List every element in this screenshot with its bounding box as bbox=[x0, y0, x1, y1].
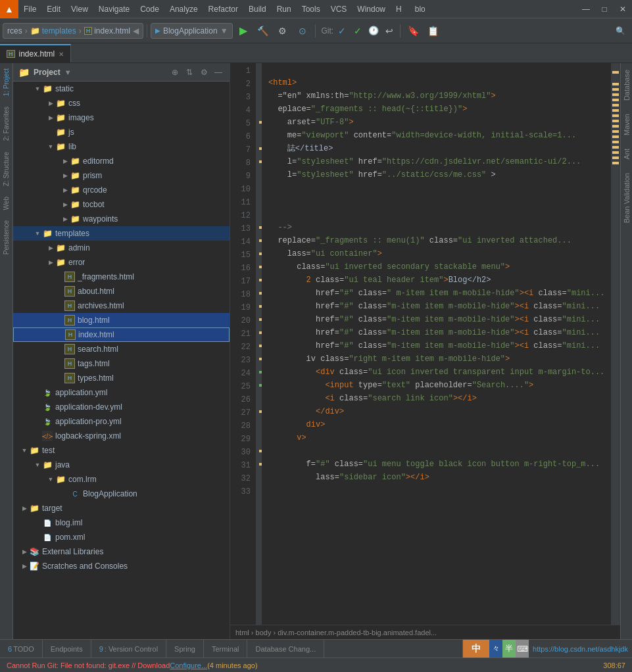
bottom-tab-endpoints[interactable]: Endpoints bbox=[43, 640, 91, 658]
tree-node-blogiml[interactable]: 📄 blog.iml bbox=[13, 516, 230, 530]
java-file-icon: C bbox=[70, 489, 80, 499]
build-button[interactable]: 🔨 bbox=[254, 22, 272, 40]
todo-btn[interactable]: 📋 bbox=[424, 22, 442, 40]
path-folder: 📁 templates bbox=[30, 26, 76, 36]
tree-node-application-yml[interactable]: 🍃 application.yml bbox=[13, 385, 230, 400]
tree-node-editormd[interactable]: ▶ 📁 editormd bbox=[13, 154, 230, 168]
menu-h[interactable]: H bbox=[391, 0, 407, 18]
editor-right-gutter[interactable] bbox=[611, 63, 620, 625]
menu-run[interactable]: Run bbox=[272, 0, 297, 18]
tree-node-test[interactable]: ▼ 📁 test bbox=[13, 443, 230, 458]
tree-node-prism[interactable]: ▶ 📁 prism bbox=[13, 168, 230, 183]
tab-index-html[interactable]: H index.html ✕ bbox=[0, 44, 71, 62]
tree-node-error[interactable]: ▶ 📁 error bbox=[13, 255, 230, 270]
bottom-tab-todo[interactable]: 6 TODO bbox=[0, 640, 43, 658]
tree-node-css[interactable]: ▶ 📁 css bbox=[13, 96, 230, 110]
win-close[interactable]: ✕ bbox=[614, 0, 632, 18]
bottom-tab-database-changes[interactable]: Database Chang... bbox=[247, 640, 324, 658]
tree-node-scratches[interactable]: ▶ 📝 Scratches and Consoles bbox=[13, 559, 230, 573]
tree-node-logback[interactable]: ≺/≻ logback-spring.xml bbox=[13, 429, 230, 443]
menu-tools[interactable]: Tools bbox=[297, 0, 326, 18]
blog-link[interactable]: https://blog.csdn.net/asdhkjdk bbox=[529, 645, 632, 653]
tree-node-index[interactable]: H index.html bbox=[13, 327, 230, 342]
tree-node-pomxml[interactable]: 📄 pom.xml bbox=[13, 530, 230, 544]
tree-node-static[interactable]: ▼ 📁 static bbox=[13, 82, 230, 96]
tree-node-lib[interactable]: ▼ 📁 lib bbox=[13, 139, 230, 154]
notification-configure-link[interactable]: Configure... bbox=[170, 661, 207, 669]
tree-node-tags[interactable]: H tags.html bbox=[13, 356, 230, 371]
tree-node-templates[interactable]: ▼ 📁 templates bbox=[13, 226, 230, 241]
gutter-mark bbox=[612, 71, 619, 74]
bookmark-btn[interactable]: 🔖 bbox=[404, 22, 422, 40]
menu-build[interactable]: Build bbox=[243, 0, 272, 18]
tree-node-tocbot[interactable]: ▶ 📁 tocbot bbox=[13, 197, 230, 212]
menu-refactor[interactable]: Refactor bbox=[203, 0, 243, 18]
tree-node-waypoints[interactable]: ▶ 📁 waypoints bbox=[13, 212, 230, 226]
coverage-button[interactable]: ⚙ bbox=[274, 22, 292, 40]
run-config-dropdown[interactable]: ▶ BlogApplication ▼ bbox=[151, 23, 233, 39]
tree-node-java[interactable]: ▼ 📁 java bbox=[13, 458, 230, 472]
git-revert-btn[interactable]: ↩ bbox=[382, 24, 397, 38]
menu-vcs[interactable]: VCS bbox=[326, 0, 352, 18]
menu-view[interactable]: View bbox=[66, 0, 93, 18]
bottom-tab-vcs[interactable]: 9 : Version Control bbox=[91, 640, 166, 658]
tree-node-fragments[interactable]: H _fragments.html bbox=[13, 270, 230, 284]
git-commit-btn[interactable]: ✓ bbox=[351, 24, 365, 38]
tree-node-application-pro-yml[interactable]: 🍃 application-pro.yml bbox=[13, 414, 230, 429]
right-tab-database[interactable]: Database bbox=[621, 63, 632, 107]
right-tab-maven[interactable]: Maven bbox=[621, 107, 632, 142]
tree-node-js[interactable]: 📁 js bbox=[13, 125, 230, 139]
sidebar-item-web[interactable]: Web bbox=[1, 191, 11, 215]
chinese-char-2: 々 bbox=[489, 640, 502, 658]
tree-node-search[interactable]: H search.html bbox=[13, 342, 230, 356]
right-tab-ant[interactable]: Ant bbox=[621, 142, 632, 166]
tree-node-comlrm[interactable]: ▼ 📁 com.lrm bbox=[13, 472, 230, 487]
tree-node-blog[interactable]: H blog.html bbox=[13, 313, 230, 327]
bottom-tab-terminal[interactable]: Terminal bbox=[204, 640, 248, 658]
right-tab-bean-validation[interactable]: Bean Validation bbox=[621, 166, 632, 229]
git-update-btn[interactable]: ✓ bbox=[335, 24, 349, 38]
project-collapse-icon[interactable]: — bbox=[212, 66, 224, 78]
win-maximize[interactable]: □ bbox=[595, 0, 614, 18]
project-dropdown-icon: ▼ bbox=[64, 68, 72, 76]
git-history-btn[interactable]: 🕐 bbox=[366, 24, 381, 38]
tree-node-images[interactable]: ▶ 📁 images bbox=[13, 110, 230, 125]
tree-node-admin[interactable]: ▶ 📁 admin bbox=[13, 241, 230, 255]
project-sort-icon[interactable]: ⇅ bbox=[183, 66, 195, 78]
gutter-mark bbox=[612, 151, 619, 154]
tab-close-btn[interactable]: ✕ bbox=[59, 51, 64, 58]
gutter-mark bbox=[612, 99, 619, 101]
menu-edit[interactable]: Edit bbox=[41, 0, 66, 18]
search-toolbar-btn[interactable]: 🔍 bbox=[611, 22, 629, 40]
project-add-icon[interactable]: ⊕ bbox=[169, 66, 181, 78]
win-minimize[interactable]: — bbox=[577, 0, 595, 18]
menu-navigate[interactable]: Navigate bbox=[93, 0, 135, 18]
tree-node-archives[interactable]: H archives.html bbox=[13, 299, 230, 313]
expand-arrow: ▼ bbox=[33, 462, 42, 468]
tree-node-target[interactable]: ▶ 📁 target bbox=[13, 501, 230, 516]
menu-analyze[interactable]: Analyze bbox=[164, 0, 203, 18]
bottom-tab-spring[interactable]: Spring bbox=[166, 640, 204, 658]
tree-node-application-dev-yml[interactable]: 🍃 application-dev.yml bbox=[13, 400, 230, 414]
project-settings-icon[interactable]: ⚙ bbox=[198, 66, 210, 78]
tree-node-about[interactable]: H about.html bbox=[13, 284, 230, 299]
menu-window[interactable]: Window bbox=[352, 0, 391, 18]
tree-node-external-libs[interactable]: ▶ 📚 External Libraries bbox=[13, 544, 230, 559]
tree-node-blogapp[interactable]: C BlogApplication bbox=[13, 487, 230, 501]
menu-code[interactable]: Code bbox=[135, 0, 164, 18]
tree-node-qrcode[interactable]: ▶ 📁 qrcode bbox=[13, 183, 230, 197]
sidebar-item-persistence[interactable]: Persistence bbox=[1, 215, 11, 260]
expand-arrow: ▶ bbox=[61, 158, 70, 164]
toolbar-sep-1 bbox=[147, 24, 147, 37]
sidebar-item-project[interactable]: 1: Project bbox=[1, 63, 11, 101]
sidebar-item-structure[interactable]: Z: Structure bbox=[1, 147, 11, 191]
profile-button[interactable]: ⊙ bbox=[293, 22, 312, 40]
breadcrumb-path[interactable]: rces › 📁 templates › H index.html ◀ bbox=[3, 23, 143, 39]
gutter-mark bbox=[612, 83, 619, 85]
code-editor[interactable]: <html> ="en" xmlns:th="http://www.w3.org… bbox=[262, 63, 611, 625]
run-button[interactable]: ▶ bbox=[234, 22, 253, 40]
sidebar-item-favorites[interactable]: 2: Favorites bbox=[1, 101, 11, 146]
tree-node-types[interactable]: H types.html bbox=[13, 371, 230, 385]
menu-file[interactable]: File bbox=[18, 0, 41, 18]
notification-time: (4 minutes ago) bbox=[207, 661, 257, 669]
